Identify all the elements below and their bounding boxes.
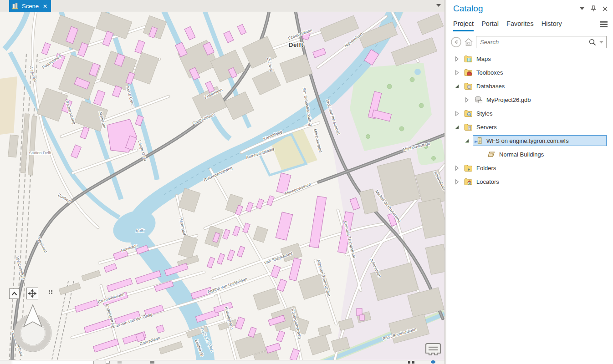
tab-portal[interactable]: Portal (481, 20, 499, 31)
collapse-navigator-button[interactable] (9, 288, 20, 299)
expander-collapsed-icon[interactable] (454, 165, 460, 172)
tab-close-icon[interactable]: ✕ (43, 3, 47, 10)
compass-navigator[interactable] (8, 300, 57, 358)
polygon-layer-icon (487, 150, 496, 158)
pan-mode-button[interactable] (26, 288, 38, 299)
status-icon-2[interactable] (117, 361, 122, 364)
overview-map-icon (424, 342, 443, 358)
tree-item-styles[interactable]: Styles (446, 106, 613, 120)
pin-icon[interactable] (591, 5, 596, 12)
tree-item-folders[interactable]: Folders (446, 161, 613, 175)
city-label: Delft (289, 41, 304, 48)
status-globe-icon[interactable] (431, 360, 435, 364)
catalog-tabs: Project Portal Favorites History (446, 15, 613, 31)
catalog-tree: Maps Toolboxes Dat (446, 52, 613, 188)
locators-folder-icon (464, 177, 473, 186)
map-view: Delft Station Delft Kolk Delftsche Vliet… (0, 0, 444, 364)
status-icon-4[interactable] (408, 361, 410, 364)
search-input[interactable]: Search (476, 36, 607, 48)
hamburger-menu-icon[interactable] (600, 21, 608, 27)
scene-icon (12, 3, 19, 10)
tab-history[interactable]: History (541, 20, 562, 31)
servers-folder-icon (464, 123, 473, 131)
search-icon[interactable] (589, 39, 596, 46)
navigator-drag-handle[interactable] (48, 290, 53, 294)
tree-item-locators[interactable]: Locators (446, 175, 613, 188)
tree-item-myproject26-gdb[interactable]: MyProject26.gdb (446, 93, 613, 106)
tab-scene[interactable]: Scene ✕ (9, 0, 51, 12)
tree-item-toolboxes[interactable]: Toolboxes (446, 66, 613, 79)
expander-expanded-icon[interactable] (464, 137, 470, 144)
maps-folder-icon (464, 55, 473, 63)
catalog-pane: Catalog Project Portal Favorites History (446, 0, 613, 364)
svg-text:Kolk: Kolk (136, 228, 144, 233)
back-button[interactable] (451, 37, 461, 47)
expander-collapsed-icon[interactable] (454, 56, 460, 62)
tree-item-normal-buildings[interactable]: Normal Buildings (446, 147, 613, 161)
station-label: Station Delft (29, 151, 51, 155)
scale-input[interactable] (12, 361, 94, 364)
toolboxes-folder-icon (464, 68, 473, 76)
close-pane-icon[interactable] (603, 6, 608, 11)
tree-item-maps[interactable]: Maps (446, 52, 613, 66)
status-icon-1[interactable] (106, 361, 110, 364)
pan-arrows-icon (28, 289, 36, 298)
home-button[interactable] (464, 38, 473, 46)
expander-collapsed-icon[interactable] (454, 69, 460, 76)
view-tab-bar: Scene ✕ (0, 0, 444, 12)
status-icon-5[interactable] (412, 361, 414, 364)
map-status-bar (0, 360, 444, 364)
pane-menu-dropdown-icon[interactable] (580, 7, 584, 10)
status-icon-3[interactable] (150, 361, 154, 364)
wfs-server-icon (474, 136, 483, 145)
geodatabase-icon (474, 96, 483, 104)
databases-folder-icon (464, 82, 473, 90)
tab-project[interactable]: Project (453, 20, 474, 31)
expander-expanded-icon[interactable] (454, 83, 460, 90)
expander-expanded-icon[interactable] (454, 124, 460, 131)
overview-map-button[interactable] (424, 342, 443, 358)
search-placeholder: Search (480, 39, 589, 46)
tab-favorites[interactable]: Favorites (506, 20, 534, 31)
tree-item-servers[interactable]: Servers (446, 120, 613, 134)
expander-collapsed-icon[interactable] (454, 110, 460, 117)
folders-folder-icon (464, 164, 473, 172)
chevron-up-icon (11, 292, 17, 296)
search-options-dropdown-icon[interactable] (599, 41, 603, 44)
expander-collapsed-icon[interactable] (464, 96, 470, 103)
view-list-dropdown-icon[interactable] (436, 4, 441, 7)
tree-item-wfs-server[interactable]: WFS on engine.tygron.com.wfs (446, 134, 613, 147)
selected-tree-item[interactable]: WFS on engine.tygron.com.wfs (473, 135, 607, 146)
expander-collapsed-icon[interactable] (454, 178, 460, 185)
tree-item-databases[interactable]: Databases (446, 79, 613, 93)
catalog-pane-title: Catalog (453, 4, 580, 14)
map-canvas[interactable]: Delft Station Delft Kolk Delftsche Vliet… (0, 0, 444, 364)
tab-scene-label: Scene (22, 3, 39, 10)
styles-folder-icon (464, 109, 473, 117)
